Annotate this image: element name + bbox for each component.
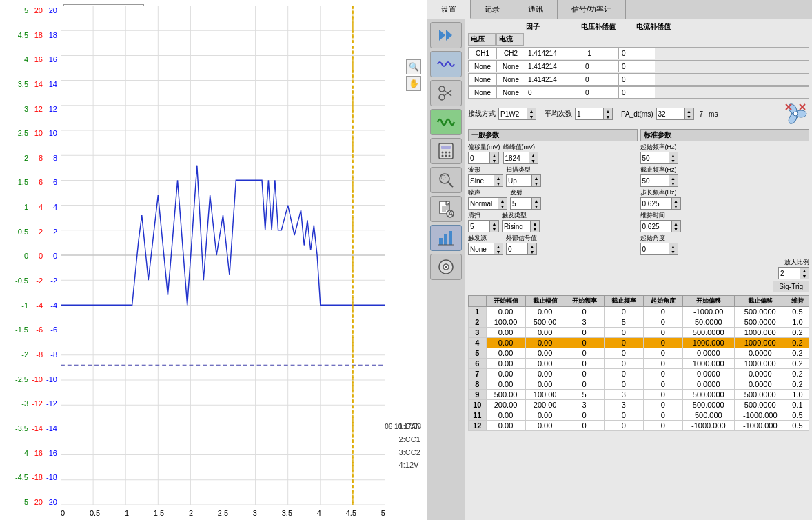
scan-btn[interactable] — [430, 167, 462, 193]
sweep2-spinner[interactable]: ▲▼ — [468, 220, 499, 232]
peak-spinner[interactable]: ▲▼ — [503, 152, 538, 164]
fast-forward-btn[interactable] — [430, 22, 462, 48]
table-row[interactable]: 60.000.000001000.0001000.0000.2 — [469, 359, 809, 369]
conn-dn[interactable]: ▼ — [527, 114, 536, 119]
ch3-v[interactable] — [469, 74, 497, 85]
tab-settings[interactable]: 设置 — [427, 0, 471, 19]
start-freq-input[interactable] — [641, 154, 669, 163]
sweep2-input[interactable] — [469, 222, 489, 231]
table-cell: 500.0000 — [734, 390, 786, 400]
zoom-magnify-btn[interactable]: 🔍 — [406, 59, 421, 74]
ch3-i[interactable] — [497, 74, 525, 85]
pa-dt-spinner[interactable]: ▲▼ — [656, 108, 694, 120]
disc-btn[interactable] — [430, 254, 462, 280]
trigger-type-spinner[interactable]: ▲▼ — [502, 220, 540, 232]
row-number: 10 — [469, 400, 487, 410]
calculator-btn[interactable] — [430, 138, 462, 164]
table-row[interactable]: 30.000.00000500.00001000.0000.2 — [469, 328, 809, 338]
ch3-factor[interactable] — [525, 74, 582, 85]
tab-signal[interactable]: 信号/功率计 — [558, 0, 626, 19]
start-freq-spinner[interactable]: ▲▼ — [640, 152, 678, 164]
noise-label: 噪声 — [468, 188, 507, 197]
ch3-icomp[interactable] — [619, 74, 655, 85]
ch2-icomp[interactable] — [619, 61, 655, 72]
zoom-hand-btn[interactable]: ✋ — [406, 76, 421, 91]
table-row[interactable]: 70.000.000000.00000.00000.2 — [469, 369, 809, 379]
waveform-preview-btn[interactable] — [430, 51, 462, 77]
avg-input[interactable] — [576, 110, 603, 119]
table-cell: 200.00 — [525, 400, 565, 410]
wave-btn[interactable] — [430, 109, 462, 135]
sweep-spinner[interactable]: ▲▼ — [506, 174, 541, 187]
scissors-btn[interactable] — [430, 80, 462, 106]
peak-input[interactable] — [504, 154, 529, 163]
sweep-input[interactable] — [507, 177, 531, 186]
trigger-type-input[interactable] — [503, 222, 530, 231]
avg-dn[interactable]: ▼ — [604, 114, 612, 119]
padt-dn[interactable]: ▼ — [685, 114, 693, 119]
top-tabs[interactable]: 设置 记录 通讯 信号/功率计 — [427, 0, 812, 19]
table-cell: 0 — [643, 390, 682, 400]
ch4-vcomp[interactable] — [582, 87, 619, 98]
ch2-v[interactable] — [469, 61, 497, 72]
ch4-i[interactable] — [497, 87, 525, 98]
trigger-src-spinner[interactable]: ▲▼ — [468, 243, 503, 255]
document-btn[interactable]: A — [430, 196, 462, 222]
ch4-icomp[interactable] — [619, 87, 655, 98]
ch2-factor[interactable] — [525, 61, 582, 72]
trigger-src-input[interactable] — [469, 245, 494, 254]
table-row[interactable]: 2100.00500.0035050.0000500.00001.0 — [469, 317, 809, 328]
ch1-v[interactable] — [469, 48, 497, 59]
ch1-i[interactable] — [497, 48, 525, 59]
ch2-i[interactable] — [497, 61, 525, 72]
start-angle-spinner[interactable]: ▲▼ — [640, 243, 678, 255]
ext-signal-spinner[interactable]: ▲▼ — [506, 243, 537, 255]
sig-trig-button[interactable]: Sig-Trig — [773, 281, 809, 292]
stop-freq-spinner[interactable]: ▲▼ — [640, 174, 678, 187]
step-freq-spinner[interactable]: ▲▼ — [640, 197, 681, 210]
tab-comms[interactable]: 通讯 — [514, 0, 558, 19]
offset-spinner[interactable]: ▲▼ — [468, 152, 499, 164]
stop-freq-input[interactable] — [641, 177, 669, 186]
hold-time-input[interactable] — [641, 222, 671, 231]
table-row[interactable]: 120.000.00000-1000.000-1000.0000.5 — [469, 421, 809, 431]
icon-sidebar[interactable]: A — [427, 19, 465, 520]
step-freq-input[interactable] — [641, 199, 671, 208]
amplify-spinner[interactable]: ▲▼ — [778, 267, 809, 279]
connection-spinner[interactable]: ▲▼ — [498, 108, 536, 120]
ch1-factor[interactable] — [525, 48, 582, 59]
emit-spinner[interactable]: ▲▼ — [510, 197, 541, 210]
table-row[interactable]: 40.000.000001000.0001000.0000.2 — [469, 338, 809, 348]
ext-signal-input[interactable] — [507, 245, 527, 254]
emit-input[interactable] — [511, 199, 531, 208]
table-row[interactable]: 80.000.000000.00000.00000.2 — [469, 379, 809, 390]
table-row[interactable]: 110.000.00000500.000-1000.0000.5 — [469, 410, 809, 421]
table-row[interactable]: 10.000.00000-1000.00500.00000.5 — [469, 307, 809, 317]
ch4-v[interactable] — [469, 87, 497, 98]
bar-chart-btn[interactable] — [430, 225, 462, 251]
noise-spinner[interactable]: ▲▼ — [468, 197, 507, 210]
ch3-vcomp[interactable] — [582, 74, 619, 85]
tab-record[interactable]: 记录 — [471, 0, 514, 19]
table-row[interactable]: 9500.00100.00530500.0000500.00001.0 — [469, 390, 809, 400]
hold-time-spinner[interactable]: ▲▼ — [640, 220, 681, 232]
padt-up[interactable]: ▲ — [685, 108, 693, 114]
avg-up[interactable]: ▲ — [604, 108, 612, 114]
ch1-vcomp[interactable] — [582, 48, 619, 59]
ch1-icomp[interactable] — [619, 48, 655, 59]
waveform-input[interactable] — [469, 177, 494, 186]
conn-up[interactable]: ▲ — [527, 108, 536, 114]
avg-spinner[interactable]: ▲▼ — [575, 108, 613, 120]
offset-input[interactable] — [469, 154, 489, 163]
waveform-spinner[interactable]: ▲▼ — [468, 174, 503, 187]
table-row[interactable]: 10200.00200.00330500.0000500.00000.1 — [469, 400, 809, 410]
start-angle-input[interactable] — [641, 245, 669, 254]
ch4-factor[interactable] — [525, 87, 582, 98]
table-row[interactable]: 50.000.000000.00000.00000.2 — [469, 348, 809, 359]
noise-input[interactable] — [469, 199, 498, 208]
zoom-controls[interactable]: 🔍 ✋ — [406, 59, 421, 91]
pa-dt-input[interactable] — [657, 110, 684, 119]
amplify-input[interactable] — [779, 269, 800, 278]
connection-input[interactable] — [499, 110, 527, 119]
ch2-vcomp[interactable] — [582, 61, 619, 72]
